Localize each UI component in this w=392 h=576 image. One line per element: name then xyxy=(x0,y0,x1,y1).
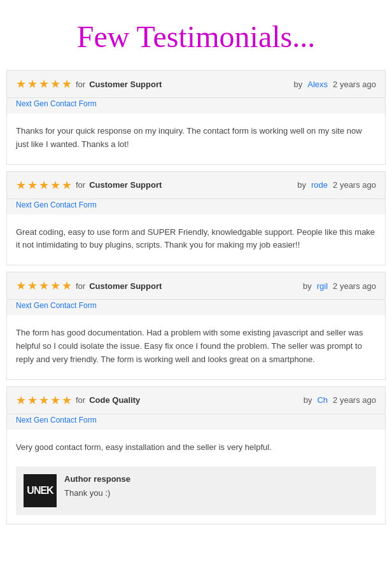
review-header-right: by Ch 2 years ago xyxy=(304,395,376,405)
star-icon: ★ xyxy=(16,77,26,91)
years-ago: 2 years ago xyxy=(333,281,376,291)
review-header-left: ★★★★★ for Code Quality xyxy=(16,393,140,407)
for-text: for xyxy=(76,180,85,190)
star-icon: ★ xyxy=(39,77,49,91)
stars: ★★★★★ xyxy=(16,393,72,407)
star-icon: ★ xyxy=(27,178,38,192)
star-icon: ★ xyxy=(27,279,38,293)
author-response-title: Author response xyxy=(64,474,368,484)
star-icon: ★ xyxy=(50,279,60,293)
star-icon: ★ xyxy=(27,393,38,407)
review-body: Very good contact form, easy installatio… xyxy=(7,430,385,467)
page-title: Few Testimonials... xyxy=(0,0,392,70)
review-card: ★★★★★ for Customer Support by Alexs 2 ye… xyxy=(6,70,386,165)
product-link[interactable]: Next Gen Contact Form xyxy=(7,199,385,214)
author-response-content: Author response Thank you :) xyxy=(64,474,368,500)
review-body: Thanks for your quick response on my inq… xyxy=(7,113,385,164)
star-icon: ★ xyxy=(50,178,60,192)
by-text: by xyxy=(294,80,303,89)
review-header-left: ★★★★★ for Customer Support xyxy=(16,77,162,91)
review-card: ★★★★★ for Customer Support by rgil 2 yea… xyxy=(6,272,386,379)
star-icon: ★ xyxy=(27,77,38,91)
category-label: Customer Support xyxy=(89,80,162,89)
stars: ★★★★★ xyxy=(16,279,72,293)
reviewer-link[interactable]: rgil xyxy=(317,281,328,291)
product-link[interactable]: Next Gen Contact Form xyxy=(7,98,385,113)
review-header-right: by rgil 2 years ago xyxy=(303,281,376,291)
star-icon: ★ xyxy=(39,178,49,192)
star-icon: ★ xyxy=(39,393,49,407)
category-label: Customer Support xyxy=(89,180,162,190)
author-response-section: UNEK Author response Thank you :) xyxy=(16,467,376,515)
by-text: by xyxy=(304,395,312,405)
for-text: for xyxy=(76,395,85,405)
product-link[interactable]: Next Gen Contact Form xyxy=(7,300,385,315)
star-icon: ★ xyxy=(50,77,60,91)
review-header: ★★★★★ for Customer Support by rgil 2 yea… xyxy=(7,272,385,300)
star-icon: ★ xyxy=(16,178,26,192)
review-body: The form has good documentation. Had a p… xyxy=(7,315,385,379)
review-header-left: ★★★★★ for Customer Support xyxy=(16,178,162,192)
star-icon: ★ xyxy=(39,279,49,293)
star-icon: ★ xyxy=(62,178,72,192)
by-text: by xyxy=(297,180,306,190)
author-logo-text: UNEK xyxy=(27,485,53,496)
category-label: Customer Support xyxy=(89,281,162,291)
years-ago: 2 years ago xyxy=(333,180,376,190)
star-icon: ★ xyxy=(16,393,26,407)
stars: ★★★★★ xyxy=(16,178,72,192)
star-icon: ★ xyxy=(62,77,72,91)
product-link[interactable]: Next Gen Contact Form xyxy=(7,414,385,430)
review-header-left: ★★★★★ for Customer Support xyxy=(16,279,162,293)
star-icon: ★ xyxy=(62,279,72,293)
reviewer-link[interactable]: Ch xyxy=(317,395,328,405)
reviews-container: ★★★★★ for Customer Support by Alexs 2 ye… xyxy=(0,70,392,524)
star-icon: ★ xyxy=(16,279,26,293)
review-header: ★★★★★ for Code Quality by Ch 2 years ago xyxy=(7,387,385,414)
review-card: ★★★★★ for Customer Support by rode 2 yea… xyxy=(6,171,386,266)
review-card: ★★★★★ for Code Quality by Ch 2 years ago… xyxy=(6,386,386,525)
star-icon: ★ xyxy=(62,393,72,407)
review-header: ★★★★★ for Customer Support by Alexs 2 ye… xyxy=(7,71,385,98)
reviewer-link[interactable]: rode xyxy=(311,180,328,190)
review-body: Great coding, easy to use form and SUPER… xyxy=(7,214,385,265)
review-header-right: by rode 2 years ago xyxy=(297,180,376,190)
author-response-text: Thank you :) xyxy=(64,487,368,500)
category-label: Code Quality xyxy=(89,395,140,405)
by-text: by xyxy=(303,281,312,291)
review-header: ★★★★★ for Customer Support by rode 2 yea… xyxy=(7,172,385,199)
review-header-right: by Alexs 2 years ago xyxy=(294,80,376,89)
reviewer-link[interactable]: Alexs xyxy=(307,80,328,89)
star-icon: ★ xyxy=(50,393,60,407)
years-ago: 2 years ago xyxy=(333,395,376,405)
years-ago: 2 years ago xyxy=(333,80,376,89)
stars: ★★★★★ xyxy=(16,77,72,91)
for-text: for xyxy=(76,281,85,291)
for-text: for xyxy=(76,80,85,89)
author-logo: UNEK xyxy=(24,474,57,507)
